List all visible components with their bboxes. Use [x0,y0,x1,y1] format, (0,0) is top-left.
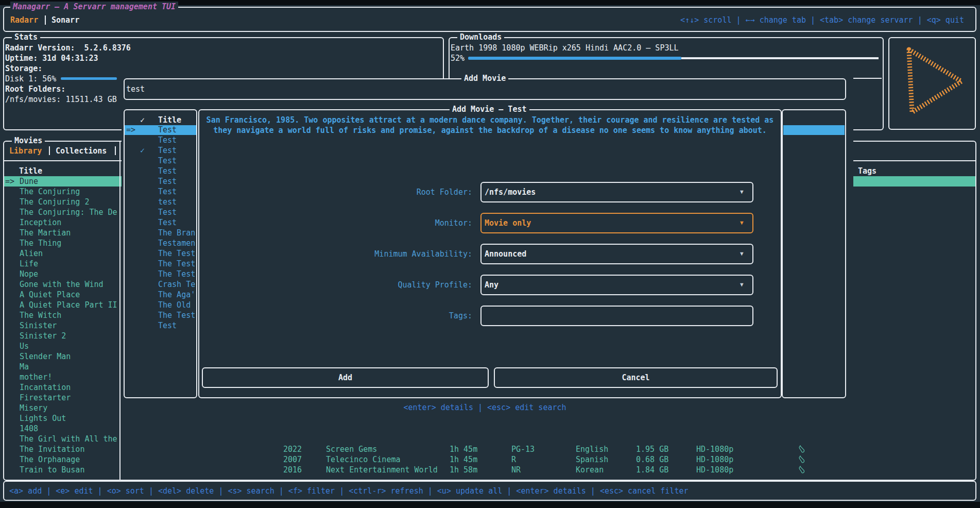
field-dropdown[interactable] [480,275,753,295]
stats-row: Radarr Version: 5.2.6.8376 [5,43,131,53]
stats-title: Stats [12,32,40,42]
movie-language: English [576,444,608,454]
terminal-edge-bottom [0,502,980,508]
result-row[interactable]: Testamen [158,238,195,248]
movie-row[interactable]: The Orphanage2007Telecinco Cinema1h 45mR… [4,454,975,465]
stats-row: Disk 1: 56% [5,74,56,84]
movie-title: Alien [20,248,43,259]
movie-title: mother! [20,372,52,382]
result-row[interactable]: The Test [158,310,195,320]
movie-title: Us [20,341,29,351]
tab-sonarr[interactable]: Sonarr [51,15,79,25]
download-progress-bar [468,57,681,60]
chevron-down-icon: ▼ [740,219,744,227]
field-label: Minimum Availability: [206,249,472,259]
download-item: Earth 1998 1080p WEBRip x265 Hindi AAC2.… [451,43,679,53]
result-row[interactable]: Crash Te [158,279,195,290]
movies-title-header: Title [19,166,42,176]
movie-title: Firestarter [20,393,71,403]
result-row-prefix: => [126,125,135,135]
cancel-button-label[interactable]: Cancel [494,372,778,383]
result-row[interactable]: The Test [158,269,195,279]
movie-runtime: 1h 58m [450,465,477,475]
movie-runtime: 1h 45m [450,454,477,465]
downloads-title: Downloads [457,32,504,42]
tab-divider [45,15,46,25]
movie-row[interactable]: The Invitation2022Screen Gems1h 45mPG-13… [4,444,975,454]
result-row[interactable]: Test [158,135,177,145]
result-row[interactable]: Test [158,145,177,156]
movies-title: Movies [12,136,45,146]
result-row[interactable]: Test [158,156,177,166]
managarr-play-logo [888,37,976,130]
field-value: Movie only [485,218,531,228]
movie-title: Misery [20,403,47,413]
movie-title: Life [20,259,38,269]
movies-tab-divider-1 [49,146,50,155]
movies-tags-header: Tags [858,166,876,176]
edit-pencil-icon[interactable] [798,445,806,455]
edit-pencil-icon[interactable] [798,455,806,466]
managarr-tui: Managarr – A Servarr management TUI Rada… [0,0,980,508]
result-checked-icon: ✓ [140,145,145,156]
result-row[interactable]: Test [158,187,177,197]
result-row[interactable]: Test [158,125,177,135]
movie-title: A Quiet Place Part II [20,300,117,310]
stats-row: /nfs/movies: 11511.43 GB [5,94,117,105]
movie-title: Inception [20,217,61,228]
movies-column-divider [119,142,121,480]
underlying-border-segment [853,78,882,79]
movie-title: The Conjuring 2 [20,197,89,207]
movie-language: Spanish [576,454,608,465]
search-hint-keys: <enter> details | <esc> edit search [124,402,846,413]
field-value: Announced [485,249,526,259]
tab-radarr[interactable]: Radarr [10,15,38,25]
movie-row[interactable]: Train to Busan2016Next Entertainment Wor… [4,465,975,475]
result-row[interactable]: Test [158,176,177,187]
edit-pencil-icon[interactable] [798,466,806,476]
search-input-value[interactable]: test [126,84,145,94]
movie-title: Train to Busan [20,465,84,475]
result-row[interactable]: The Aga' [158,290,195,300]
result-row[interactable]: Test [158,217,177,228]
movies-tab-divider-2 [115,146,116,155]
movie-title: Nope [20,269,38,279]
download-progress-track [681,57,879,59]
details-popup-title: Add Movie – Test [450,104,529,114]
field-label: Quality Profile: [206,280,472,290]
field-input[interactable] [480,306,753,326]
top-help-keys: <↑↓> scroll | ←→ change tab | <tab> chan… [680,15,964,25]
movie-overview-line-1: San Francisco, 1985. Two opposites attra… [199,115,781,125]
result-row[interactable]: The Test [158,259,195,269]
result-row[interactable]: Test [158,207,177,217]
movie-quality: HD-1080p [696,444,733,454]
movie-size: 0.68 GB [636,454,668,465]
result-row[interactable]: The Test [158,248,195,259]
movie-title: The Conjuring: The De [20,207,117,217]
field-label: Root Folder: [206,187,472,197]
movie-year: 2016 [283,465,302,475]
add-button-label[interactable]: Add [202,372,489,383]
movie-title: A Quiet Place [20,290,80,300]
movie-rating: NR [511,465,521,475]
movie-quality: HD-1080p [696,465,733,475]
tab-collections[interactable]: Collections [56,146,107,156]
tab-library[interactable]: Library [9,146,42,156]
movie-title: Sinister [20,320,57,331]
field-value: /nfs/movies [485,187,536,197]
field-value: Any [485,280,498,290]
field-label: Monitor: [206,218,472,228]
movie-title: The Orphanage [20,454,80,465]
result-row[interactable]: test [158,197,177,207]
movie-title: The Martian [20,228,71,238]
movie-title: Sinister 2 [20,331,66,341]
movie-runtime: 1h 45m [450,444,477,454]
movie-studio: Next Entertainment World [326,465,438,475]
movie-title: Slender Man [20,351,71,362]
result-row[interactable]: The Bran [158,228,195,238]
result-row[interactable]: Test [158,320,177,331]
result-row[interactable]: The Old [158,300,191,310]
stats-row: Uptime: 31d 04:31:23 [5,53,98,63]
result-row[interactable]: Test [158,166,177,176]
movie-title: The Girl with All the [20,434,117,444]
